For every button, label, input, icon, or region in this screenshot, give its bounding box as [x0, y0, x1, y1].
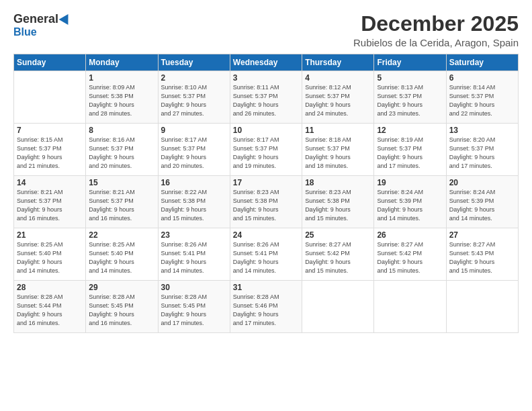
day-info: Sunrise: 8:28 AM Sunset: 5:45 PM Dayligh… — [89, 293, 154, 328]
day-number: 18 — [305, 178, 371, 187]
week-row-1: 1Sunrise: 8:09 AM Sunset: 5:38 PM Daylig… — [14, 71, 519, 124]
week-row-2: 7Sunrise: 8:15 AM Sunset: 5:37 PM Daylig… — [14, 124, 519, 176]
day-info: Sunrise: 8:21 AM Sunset: 5:37 PM Dayligh… — [17, 188, 83, 223]
day-number: 4 — [305, 73, 371, 83]
calendar-cell: 3Sunrise: 8:11 AM Sunset: 5:37 PM Daylig… — [230, 71, 302, 124]
title-block: December 2025 Rubielos de la Cerida, Ara… — [353, 12, 519, 48]
calendar-cell: 11Sunrise: 8:18 AM Sunset: 5:37 PM Dayli… — [302, 124, 374, 176]
calendar-cell — [446, 281, 518, 333]
day-number: 8 — [89, 126, 154, 135]
calendar-cell: 18Sunrise: 8:23 AM Sunset: 5:38 PM Dayli… — [302, 176, 374, 228]
day-info: Sunrise: 8:10 AM Sunset: 5:37 PM Dayligh… — [161, 83, 227, 118]
calendar-cell: 26Sunrise: 8:27 AM Sunset: 5:42 PM Dayli… — [374, 228, 446, 281]
day-info: Sunrise: 8:23 AM Sunset: 5:38 PM Dayligh… — [233, 188, 299, 223]
header: General Blue December 2025 Rubielos de l… — [13, 12, 519, 48]
calendar-cell: 6Sunrise: 8:14 AM Sunset: 5:37 PM Daylig… — [446, 71, 518, 124]
calendar-table: SundayMondayTuesdayWednesdayThursdayFrid… — [13, 54, 519, 333]
day-info: Sunrise: 8:23 AM Sunset: 5:38 PM Dayligh… — [305, 188, 371, 223]
calendar-cell: 23Sunrise: 8:26 AM Sunset: 5:41 PM Dayli… — [158, 228, 230, 281]
day-info: Sunrise: 8:15 AM Sunset: 5:37 PM Dayligh… — [17, 136, 83, 171]
day-number: 30 — [161, 283, 227, 292]
calendar-cell: 19Sunrise: 8:24 AM Sunset: 5:39 PM Dayli… — [374, 176, 446, 228]
day-number: 1 — [89, 73, 154, 83]
day-info: Sunrise: 8:20 AM Sunset: 5:37 PM Dayligh… — [449, 136, 515, 171]
day-number: 19 — [377, 178, 443, 187]
weekday-header-tuesday: Tuesday — [158, 54, 230, 71]
day-info: Sunrise: 8:24 AM Sunset: 5:39 PM Dayligh… — [377, 188, 443, 223]
day-number: 27 — [449, 230, 515, 240]
week-row-3: 14Sunrise: 8:21 AM Sunset: 5:37 PM Dayli… — [14, 176, 519, 228]
logo-triangle-icon — [59, 11, 73, 24]
day-info: Sunrise: 8:26 AM Sunset: 5:41 PM Dayligh… — [161, 240, 227, 275]
day-number: 6 — [449, 73, 515, 83]
calendar-cell: 24Sunrise: 8:26 AM Sunset: 5:41 PM Dayli… — [230, 228, 302, 281]
day-info: Sunrise: 8:28 AM Sunset: 5:45 PM Dayligh… — [161, 293, 227, 328]
calendar-cell: 28Sunrise: 8:28 AM Sunset: 5:44 PM Dayli… — [14, 281, 86, 333]
day-info: Sunrise: 8:21 AM Sunset: 5:37 PM Dayligh… — [89, 188, 154, 223]
day-info: Sunrise: 8:25 AM Sunset: 5:40 PM Dayligh… — [17, 240, 83, 275]
calendar-cell: 17Sunrise: 8:23 AM Sunset: 5:38 PM Dayli… — [230, 176, 302, 228]
calendar-cell: 15Sunrise: 8:21 AM Sunset: 5:37 PM Dayli… — [86, 176, 158, 228]
day-number: 5 — [377, 73, 443, 83]
calendar-cell: 2Sunrise: 8:10 AM Sunset: 5:37 PM Daylig… — [158, 71, 230, 124]
day-number: 11 — [305, 126, 371, 135]
calendar-cell: 5Sunrise: 8:13 AM Sunset: 5:37 PM Daylig… — [374, 71, 446, 124]
day-number: 7 — [17, 126, 83, 135]
day-number: 14 — [17, 178, 83, 187]
calendar-cell — [14, 71, 86, 124]
day-number: 12 — [377, 126, 443, 135]
calendar-cell: 4Sunrise: 8:12 AM Sunset: 5:37 PM Daylig… — [302, 71, 374, 124]
logo-general: General — [13, 12, 58, 26]
calendar-cell: 12Sunrise: 8:19 AM Sunset: 5:37 PM Dayli… — [374, 124, 446, 176]
location-title: Rubielos de la Cerida, Aragon, Spain — [353, 37, 519, 48]
day-number: 3 — [233, 73, 299, 83]
day-number: 9 — [161, 126, 227, 135]
weekday-header-thursday: Thursday — [302, 54, 374, 71]
day-info: Sunrise: 8:25 AM Sunset: 5:40 PM Dayligh… — [89, 240, 154, 275]
day-info: Sunrise: 8:28 AM Sunset: 5:46 PM Dayligh… — [233, 293, 299, 328]
calendar-cell: 22Sunrise: 8:25 AM Sunset: 5:40 PM Dayli… — [86, 228, 158, 281]
day-number: 26 — [377, 230, 443, 240]
day-number: 25 — [305, 230, 371, 240]
page: General Blue December 2025 Rubielos de l… — [0, 0, 532, 411]
calendar-cell: 9Sunrise: 8:17 AM Sunset: 5:37 PM Daylig… — [158, 124, 230, 176]
weekday-header-monday: Monday — [86, 54, 158, 71]
calendar-cell — [374, 281, 446, 333]
day-number: 13 — [449, 126, 515, 135]
day-number: 17 — [233, 178, 299, 187]
calendar-cell: 29Sunrise: 8:28 AM Sunset: 5:45 PM Dayli… — [86, 281, 158, 333]
calendar-cell: 14Sunrise: 8:21 AM Sunset: 5:37 PM Dayli… — [14, 176, 86, 228]
day-info: Sunrise: 8:09 AM Sunset: 5:38 PM Dayligh… — [89, 83, 154, 118]
calendar-cell: 25Sunrise: 8:27 AM Sunset: 5:42 PM Dayli… — [302, 228, 374, 281]
month-title: December 2025 — [353, 12, 519, 36]
day-number: 10 — [233, 126, 299, 135]
day-number: 16 — [161, 178, 227, 187]
week-row-5: 28Sunrise: 8:28 AM Sunset: 5:44 PM Dayli… — [14, 281, 519, 333]
day-info: Sunrise: 8:18 AM Sunset: 5:37 PM Dayligh… — [305, 136, 371, 171]
day-info: Sunrise: 8:19 AM Sunset: 5:37 PM Dayligh… — [377, 136, 443, 171]
day-info: Sunrise: 8:16 AM Sunset: 5:37 PM Dayligh… — [89, 136, 154, 171]
day-info: Sunrise: 8:27 AM Sunset: 5:42 PM Dayligh… — [377, 240, 443, 275]
weekday-header-sunday: Sunday — [14, 54, 86, 71]
day-info: Sunrise: 8:17 AM Sunset: 5:37 PM Dayligh… — [233, 136, 299, 171]
calendar-cell: 27Sunrise: 8:27 AM Sunset: 5:43 PM Dayli… — [446, 228, 518, 281]
day-info: Sunrise: 8:13 AM Sunset: 5:37 PM Dayligh… — [377, 83, 443, 118]
day-info: Sunrise: 8:14 AM Sunset: 5:37 PM Dayligh… — [449, 83, 515, 118]
calendar-cell: 21Sunrise: 8:25 AM Sunset: 5:40 PM Dayli… — [14, 228, 86, 281]
day-number: 29 — [89, 283, 154, 292]
day-number: 2 — [161, 73, 227, 83]
day-number: 21 — [17, 230, 83, 240]
weekday-header-saturday: Saturday — [446, 54, 518, 71]
logo: General Blue — [13, 12, 71, 38]
day-info: Sunrise: 8:11 AM Sunset: 5:37 PM Dayligh… — [233, 83, 299, 118]
day-number: 28 — [17, 283, 83, 292]
calendar-cell: 20Sunrise: 8:24 AM Sunset: 5:39 PM Dayli… — [446, 176, 518, 228]
day-number: 31 — [233, 283, 299, 292]
calendar-cell: 16Sunrise: 8:22 AM Sunset: 5:38 PM Dayli… — [158, 176, 230, 228]
calendar-cell: 10Sunrise: 8:17 AM Sunset: 5:37 PM Dayli… — [230, 124, 302, 176]
day-number: 15 — [89, 178, 154, 187]
weekday-header-friday: Friday — [374, 54, 446, 71]
day-info: Sunrise: 8:22 AM Sunset: 5:38 PM Dayligh… — [161, 188, 227, 223]
calendar-cell: 30Sunrise: 8:28 AM Sunset: 5:45 PM Dayli… — [158, 281, 230, 333]
weekday-header-row: SundayMondayTuesdayWednesdayThursdayFrid… — [14, 54, 519, 71]
